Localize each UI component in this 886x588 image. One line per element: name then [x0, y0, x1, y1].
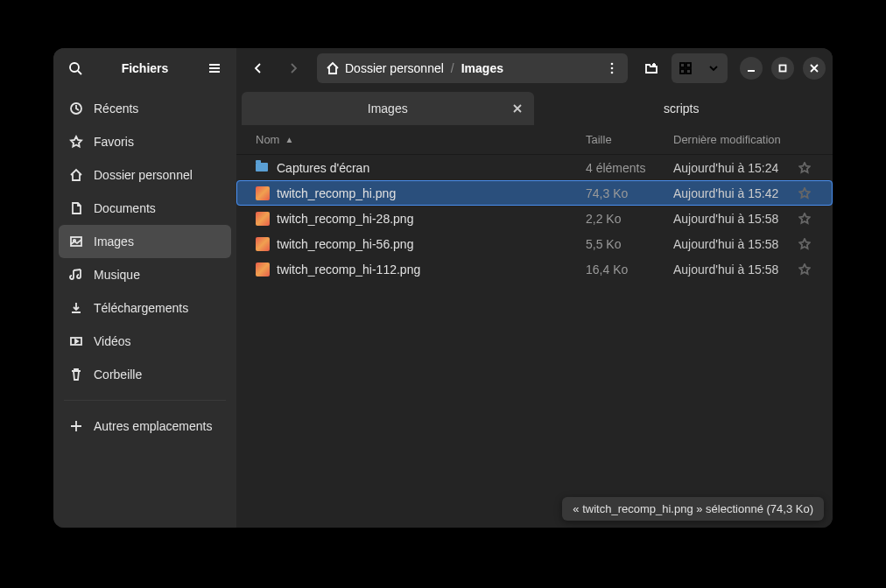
grid-icon [679, 61, 693, 75]
sidebar-item-home[interactable]: Dossier personnel [59, 158, 231, 192]
chevron-left-icon [251, 61, 265, 75]
minimize-button[interactable] [740, 57, 763, 80]
sidebar-item-doc[interactable]: Documents [59, 192, 231, 225]
tab[interactable]: Images [242, 92, 534, 125]
home-icon [69, 168, 83, 182]
svg-rect-8 [680, 63, 685, 67]
star-button[interactable] [796, 238, 813, 250]
svg-point-6 [611, 67, 614, 70]
search-icon [68, 61, 82, 75]
sidebar-list: RécentsFavorisDossier personnelDocuments… [53, 88, 236, 395]
star-button[interactable] [796, 263, 813, 276]
grid-view-button[interactable] [672, 53, 700, 83]
path-bar[interactable]: Dossier personnel / Images [317, 53, 628, 83]
file-size: 5,5 Ko [586, 237, 673, 251]
sidebar-item-label: Autres emplacements [94, 419, 212, 433]
minimize-icon [747, 64, 756, 73]
sidebar-item-other-locations[interactable]: Autres emplacements [59, 410, 231, 443]
sidebar-header: Fichiers [53, 48, 236, 88]
column-size[interactable]: Taille [586, 133, 673, 146]
file-row[interactable]: twitch_recomp_hi-112.png16,4 KoAujourd'h… [236, 256, 833, 282]
folder-icon [256, 161, 270, 175]
star-icon [798, 162, 811, 174]
sidebar-other-section: Autres emplacements [53, 406, 236, 446]
file-size: 16,4 Ko [586, 262, 673, 276]
sidebar-item-music[interactable]: Musique [59, 258, 231, 291]
svg-point-5 [611, 63, 614, 66]
new-tab-button[interactable] [636, 53, 666, 83]
maximize-button[interactable] [771, 57, 794, 80]
breadcrumb-current[interactable]: Images [461, 61, 503, 75]
close-icon [513, 104, 522, 113]
sidebar-item-label: Musique [94, 268, 140, 282]
column-name[interactable]: Nom▲ [256, 133, 586, 146]
sort-ascending-icon: ▲ [285, 135, 293, 144]
image-icon [256, 237, 270, 251]
sidebar-item-label: Corbeille [94, 368, 142, 382]
sidebar-item-clock[interactable]: Récents [59, 92, 231, 125]
star-button[interactable] [796, 162, 813, 174]
search-button[interactable] [60, 53, 90, 83]
window-controls [740, 57, 826, 80]
tab[interactable]: scripts [536, 92, 828, 125]
file-modified: Aujourd'hui à 15:24 [673, 161, 796, 175]
sidebar-item-label: Récents [94, 102, 138, 116]
sidebar-item-video[interactable]: Vidéos [59, 325, 231, 358]
file-row[interactable]: twitch_recomp_hi-28.png2,2 KoAujourd'hui… [236, 206, 833, 231]
forward-button[interactable] [278, 53, 308, 83]
breadcrumb-root[interactable]: Dossier personnel [326, 61, 444, 75]
file-size: 74,3 Ko [586, 186, 673, 200]
file-name: twitch_recomp_hi.png [277, 186, 586, 200]
tab-label: Images [368, 102, 408, 116]
chevron-down-icon [708, 63, 719, 74]
sidebar-item-label: Téléchargements [94, 301, 188, 315]
file-row[interactable]: twitch_recomp_hi.png74,3 KoAujourd'hui à… [236, 180, 833, 206]
file-manager-window: Fichiers RécentsFavorisDossier personnel… [53, 48, 833, 528]
file-name: twitch_recomp_hi-28.png [277, 212, 586, 226]
tab-label: scripts [664, 102, 699, 116]
trash-icon [69, 368, 83, 382]
kebab-icon [605, 61, 619, 75]
file-modified: Aujourd'hui à 15:58 [673, 237, 796, 251]
clock-icon [69, 102, 83, 116]
download-icon [69, 301, 83, 315]
file-row[interactable]: Captures d'écran4 élémentsAujourd'hui à … [236, 155, 833, 180]
star-icon [798, 238, 811, 250]
image-icon [256, 262, 270, 276]
column-modified[interactable]: Dernière modification [673, 133, 813, 146]
titlebar: Dossier personnel / Images [236, 48, 833, 88]
tab-close-button[interactable] [508, 99, 527, 118]
file-list[interactable]: Captures d'écran4 élémentsAujourd'hui à … [236, 155, 833, 528]
path-menu-button[interactable] [600, 56, 624, 80]
star-button[interactable] [796, 187, 813, 200]
sidebar-item-trash[interactable]: Corbeille [59, 358, 231, 391]
breadcrumb-separator: / [451, 61, 454, 75]
video-icon [69, 334, 83, 348]
image-icon [69, 234, 83, 248]
columns-header: Nom▲ Taille Dernière modification [236, 125, 833, 155]
plus-icon [69, 419, 83, 433]
svg-rect-10 [680, 69, 685, 74]
sidebar-item-image[interactable]: Images [59, 225, 231, 258]
sidebar-item-label: Favoris [94, 135, 134, 149]
file-name: twitch_recomp_hi-56.png [277, 237, 586, 251]
sidebar: Fichiers RécentsFavorisDossier personnel… [53, 48, 236, 528]
hamburger-icon [207, 61, 222, 75]
star-button[interactable] [796, 213, 813, 225]
back-button[interactable] [243, 53, 273, 83]
sidebar-item-star[interactable]: Favoris [59, 125, 231, 158]
menu-button[interactable] [200, 53, 229, 83]
view-dropdown-button[interactable] [700, 53, 728, 83]
file-row[interactable]: twitch_recomp_hi-56.png5,5 KoAujourd'hui… [236, 231, 833, 256]
maximize-icon [778, 64, 787, 73]
file-name: twitch_recomp_hi-112.png [277, 262, 586, 276]
file-modified: Aujourd'hui à 15:42 [673, 186, 796, 200]
close-icon [810, 64, 819, 73]
sidebar-item-download[interactable]: Téléchargements [59, 291, 231, 325]
status-bar: « twitch_recomp_hi.png » sélectionné (74… [562, 497, 824, 521]
star-icon [798, 187, 811, 200]
svg-rect-11 [686, 69, 691, 74]
view-toggle [672, 53, 728, 83]
sidebar-item-label: Documents [94, 201, 156, 215]
close-button[interactable] [803, 57, 826, 80]
